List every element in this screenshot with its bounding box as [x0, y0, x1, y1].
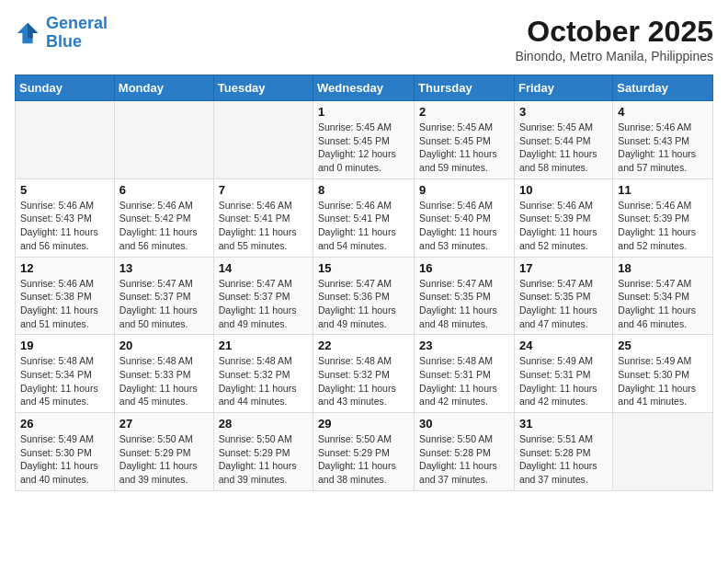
day-number: 6 [119, 183, 209, 197]
day-number: 4 [618, 105, 708, 119]
calendar-cell: 30Sunrise: 5:50 AM Sunset: 5:28 PM Dayli… [415, 413, 515, 491]
calendar-cell [16, 101, 115, 179]
day-info: Sunrise: 5:47 AM Sunset: 5:36 PM Dayligh… [318, 277, 409, 331]
calendar-cell [613, 413, 713, 491]
day-number: 12 [20, 261, 109, 275]
weekday-header: Monday [114, 75, 213, 101]
day-info: Sunrise: 5:48 AM Sunset: 5:33 PM Dayligh… [119, 354, 209, 408]
calendar-cell: 28Sunrise: 5:50 AM Sunset: 5:29 PM Dayli… [213, 413, 313, 491]
day-info: Sunrise: 5:49 AM Sunset: 5:30 PM Dayligh… [20, 432, 109, 487]
calendar-week-row: 19Sunrise: 5:48 AM Sunset: 5:34 PM Dayli… [16, 335, 713, 413]
calendar-cell: 27Sunrise: 5:50 AM Sunset: 5:29 PM Dayli… [114, 413, 213, 491]
day-number: 24 [519, 339, 608, 352]
day-number: 28 [219, 417, 308, 431]
logo-text: General Blue [46, 15, 108, 52]
day-info: Sunrise: 5:46 AM Sunset: 5:40 PM Dayligh… [419, 199, 509, 253]
day-info: Sunrise: 5:46 AM Sunset: 5:41 PM Dayligh… [219, 199, 308, 253]
day-number: 1 [318, 105, 409, 119]
day-number: 25 [618, 339, 708, 352]
calendar-cell [213, 101, 313, 179]
day-number: 23 [419, 339, 509, 352]
weekday-header: Tuesday [213, 75, 313, 101]
calendar-cell: 24Sunrise: 5:49 AM Sunset: 5:31 PM Dayli… [514, 335, 612, 413]
day-info: Sunrise: 5:47 AM Sunset: 5:35 PM Dayligh… [419, 277, 509, 331]
logo-line1: General [46, 14, 108, 32]
calendar-week-row: 5Sunrise: 5:46 AM Sunset: 5:43 PM Daylig… [16, 178, 713, 257]
calendar-week-row: 1Sunrise: 5:45 AM Sunset: 5:45 PM Daylig… [16, 101, 713, 179]
calendar-cell: 7Sunrise: 5:46 AM Sunset: 5:41 PM Daylig… [213, 178, 313, 257]
month-title: October 2025 [515, 15, 713, 49]
day-info: Sunrise: 5:45 AM Sunset: 5:44 PM Dayligh… [519, 121, 608, 175]
calendar-cell: 12Sunrise: 5:46 AM Sunset: 5:38 PM Dayli… [16, 257, 115, 335]
calendar-week-row: 12Sunrise: 5:46 AM Sunset: 5:38 PM Dayli… [16, 257, 713, 335]
day-info: Sunrise: 5:50 AM Sunset: 5:28 PM Dayligh… [419, 432, 509, 487]
logo-line2: Blue [46, 32, 82, 51]
calendar-cell: 13Sunrise: 5:47 AM Sunset: 5:37 PM Dayli… [114, 257, 213, 335]
day-info: Sunrise: 5:45 AM Sunset: 5:45 PM Dayligh… [419, 121, 509, 175]
day-number: 22 [318, 339, 409, 352]
day-number: 10 [519, 183, 608, 197]
day-number: 17 [519, 261, 608, 275]
weekday-header: Saturday [613, 75, 713, 101]
calendar-cell: 26Sunrise: 5:49 AM Sunset: 5:30 PM Dayli… [16, 413, 115, 491]
day-info: Sunrise: 5:46 AM Sunset: 5:42 PM Dayligh… [119, 199, 209, 253]
day-info: Sunrise: 5:46 AM Sunset: 5:43 PM Dayligh… [618, 121, 708, 175]
day-number: 5 [20, 183, 109, 197]
day-info: Sunrise: 5:46 AM Sunset: 5:39 PM Dayligh… [519, 199, 608, 253]
day-number: 3 [519, 105, 608, 119]
day-number: 11 [618, 183, 708, 197]
weekday-header: Friday [514, 75, 612, 101]
calendar-cell: 31Sunrise: 5:51 AM Sunset: 5:28 PM Dayli… [514, 413, 612, 491]
day-info: Sunrise: 5:47 AM Sunset: 5:35 PM Dayligh… [519, 277, 608, 331]
day-info: Sunrise: 5:46 AM Sunset: 5:41 PM Dayligh… [318, 199, 409, 253]
calendar-cell: 25Sunrise: 5:49 AM Sunset: 5:30 PM Dayli… [613, 335, 713, 413]
day-info: Sunrise: 5:48 AM Sunset: 5:32 PM Dayligh… [318, 354, 409, 408]
weekday-header: Sunday [16, 75, 115, 101]
calendar-cell: 6Sunrise: 5:46 AM Sunset: 5:42 PM Daylig… [114, 178, 213, 257]
calendar-cell: 22Sunrise: 5:48 AM Sunset: 5:32 PM Dayli… [313, 335, 415, 413]
calendar-cell: 19Sunrise: 5:48 AM Sunset: 5:34 PM Dayli… [16, 335, 115, 413]
calendar-cell: 29Sunrise: 5:50 AM Sunset: 5:29 PM Dayli… [313, 413, 415, 491]
calendar-cell: 1Sunrise: 5:45 AM Sunset: 5:45 PM Daylig… [313, 101, 415, 179]
day-number: 29 [318, 417, 409, 431]
calendar-cell: 2Sunrise: 5:45 AM Sunset: 5:45 PM Daylig… [415, 101, 515, 179]
day-number: 14 [219, 261, 308, 275]
day-info: Sunrise: 5:50 AM Sunset: 5:29 PM Dayligh… [119, 432, 209, 487]
calendar-cell: 3Sunrise: 5:45 AM Sunset: 5:44 PM Daylig… [514, 101, 612, 179]
day-number: 8 [318, 183, 409, 197]
title-block: October 2025 Binondo, Metro Manila, Phil… [515, 15, 713, 63]
day-number: 18 [618, 261, 708, 275]
logo-icon [15, 20, 40, 46]
day-number: 26 [20, 417, 109, 431]
calendar-cell: 17Sunrise: 5:47 AM Sunset: 5:35 PM Dayli… [514, 257, 612, 335]
calendar-cell: 20Sunrise: 5:48 AM Sunset: 5:33 PM Dayli… [114, 335, 213, 413]
calendar-cell: 14Sunrise: 5:47 AM Sunset: 5:37 PM Dayli… [213, 257, 313, 335]
day-number: 21 [219, 339, 308, 352]
calendar-cell: 21Sunrise: 5:48 AM Sunset: 5:32 PM Dayli… [213, 335, 313, 413]
location-subtitle: Binondo, Metro Manila, Philippines [515, 49, 713, 63]
calendar-cell: 9Sunrise: 5:46 AM Sunset: 5:40 PM Daylig… [415, 178, 515, 257]
day-number: 16 [419, 261, 509, 275]
day-info: Sunrise: 5:47 AM Sunset: 5:37 PM Dayligh… [219, 277, 308, 331]
day-number: 2 [419, 105, 509, 119]
svg-marker-1 [28, 23, 38, 39]
logo: General Blue [15, 15, 108, 52]
day-number: 31 [519, 417, 608, 431]
calendar-cell: 5Sunrise: 5:46 AM Sunset: 5:43 PM Daylig… [16, 178, 115, 257]
day-info: Sunrise: 5:46 AM Sunset: 5:38 PM Dayligh… [20, 277, 109, 331]
calendar-cell: 16Sunrise: 5:47 AM Sunset: 5:35 PM Dayli… [415, 257, 515, 335]
calendar-cell: 18Sunrise: 5:47 AM Sunset: 5:34 PM Dayli… [613, 257, 713, 335]
day-info: Sunrise: 5:47 AM Sunset: 5:37 PM Dayligh… [119, 277, 209, 331]
day-info: Sunrise: 5:49 AM Sunset: 5:30 PM Dayligh… [618, 354, 708, 408]
calendar-cell: 4Sunrise: 5:46 AM Sunset: 5:43 PM Daylig… [613, 101, 713, 179]
day-info: Sunrise: 5:45 AM Sunset: 5:45 PM Dayligh… [318, 121, 409, 175]
day-info: Sunrise: 5:48 AM Sunset: 5:34 PM Dayligh… [20, 354, 109, 408]
day-info: Sunrise: 5:50 AM Sunset: 5:29 PM Dayligh… [318, 432, 409, 487]
calendar-cell [114, 101, 213, 179]
weekday-header: Thursday [415, 75, 515, 101]
day-number: 30 [419, 417, 509, 431]
day-number: 13 [119, 261, 209, 275]
day-number: 7 [219, 183, 308, 197]
day-number: 15 [318, 261, 409, 275]
day-info: Sunrise: 5:49 AM Sunset: 5:31 PM Dayligh… [519, 354, 608, 408]
